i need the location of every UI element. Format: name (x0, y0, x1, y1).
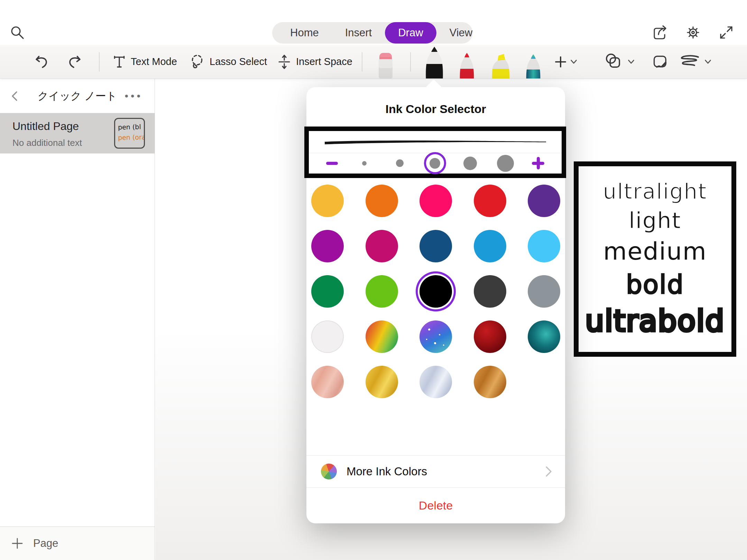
eraser-tool[interactable] (375, 52, 396, 78)
size-dot-3[interactable] (424, 152, 446, 174)
swatch-white[interactable] (311, 320, 344, 353)
swatch-bronze[interactable] (474, 366, 506, 398)
lasso-select-label: Lasso Select (210, 56, 267, 67)
tab-draw[interactable]: Draw (385, 22, 436, 44)
toolbar-divider (362, 52, 362, 72)
size-dot-4[interactable] (459, 152, 481, 174)
swatch-green[interactable] (311, 275, 344, 308)
pen-red[interactable] (456, 52, 478, 78)
swatch-red[interactable] (474, 185, 506, 217)
onenote-window: HomeInsertDrawView (0, 0, 747, 560)
ink-color-selector-popup: Ink Color Selector More Ink Colors Delet… (306, 87, 565, 523)
page-thumbnail: pen (blpen (ora (114, 118, 145, 149)
swatch-gold[interactable] (366, 366, 398, 398)
swatch-navy-blue[interactable] (419, 230, 452, 262)
shapes-button[interactable] (605, 52, 635, 72)
toolbar-divider (99, 52, 100, 72)
ellipsis-icon[interactable]: ••• (124, 90, 143, 102)
size-dot-mark (497, 155, 514, 172)
insert-space-button[interactable]: Insert Space (277, 54, 352, 69)
handwriting-ultralight: ultralight (603, 178, 707, 206)
expand-icon[interactable] (718, 24, 735, 41)
swatch-teal-marble[interactable] (528, 320, 560, 353)
swatch-violet[interactable] (311, 230, 344, 262)
swatch-light-green[interactable] (366, 275, 398, 308)
chevron-down-icon (704, 59, 712, 65)
stroke-size-control (309, 153, 562, 173)
add-pen-button[interactable] (555, 56, 578, 68)
text-mode-button[interactable]: Text Mode (113, 55, 177, 69)
delete-pen-button[interactable]: Delete (306, 487, 565, 523)
page-sidebar: クイック ノート ••• Untitled Page No additional… (0, 79, 155, 560)
highlighter-yellow[interactable] (487, 52, 515, 78)
tab-insert[interactable]: Insert (332, 22, 385, 44)
search-icon[interactable] (9, 24, 26, 41)
settings-icon[interactable] (685, 24, 701, 41)
popup-title: Ink Color Selector (306, 102, 565, 116)
swatch-pink[interactable] (419, 185, 452, 217)
toolbar-divider (410, 52, 411, 72)
chevron-right-icon (544, 466, 553, 477)
ink-scribble-button[interactable] (679, 54, 712, 69)
lasso-icon (190, 54, 205, 70)
swatch-galaxy[interactable] (419, 320, 452, 353)
swatch-silver[interactable] (419, 366, 452, 398)
swatch-rainbow-glitter[interactable] (366, 320, 398, 353)
swatch-orange[interactable] (366, 185, 398, 217)
handwriting-light: light (629, 206, 681, 235)
tab-home[interactable]: Home (277, 22, 332, 44)
chevron-down-icon (627, 59, 635, 65)
size-dot-2[interactable] (389, 152, 411, 174)
add-page-label: Page (33, 537, 58, 550)
text-mode-icon (113, 55, 126, 69)
ink-note-button[interactable] (652, 53, 670, 71)
stroke-weight-samples-box: ultralightlightmediumboldultrabold (574, 161, 736, 357)
lasso-select-button[interactable]: Lasso Select (190, 54, 267, 70)
color-wheel-icon (321, 464, 337, 479)
draw-toolbar: Text Mode Lasso Select Insert Space (0, 45, 747, 79)
stroke-width-preview (309, 131, 562, 153)
ink-color-grid (311, 185, 560, 398)
thumbnail-ink-line: pen (bl (118, 121, 144, 132)
insert-space-label: Insert Space (296, 56, 352, 67)
chevron-down-icon (570, 59, 578, 65)
page-list-item-selected[interactable]: Untitled Page No additional text pen (bl… (0, 113, 155, 153)
handwriting-medium: medium (603, 236, 707, 267)
more-ink-colors-button[interactable]: More Ink Colors (306, 455, 565, 487)
swatch-light-blue[interactable] (528, 230, 560, 262)
pen-teal[interactable] (522, 53, 544, 78)
handwriting-bold: bold (626, 268, 684, 301)
delete-label: Delete (419, 499, 453, 512)
more-ink-colors-label: More Ink Colors (347, 465, 427, 478)
size-dot-mark (430, 158, 440, 169)
chevron-left-icon[interactable] (9, 90, 21, 102)
swatch-rose-gold[interactable] (311, 366, 344, 398)
swatch-dark-purple[interactable] (528, 185, 560, 217)
add-page-button[interactable]: Page (0, 526, 155, 560)
text-mode-label: Text Mode (131, 56, 177, 67)
swatch-black[interactable] (419, 275, 452, 308)
size-dot-mark (463, 157, 477, 170)
swatch-gray[interactable] (528, 275, 560, 308)
swatch-dark-gray[interactable] (474, 275, 506, 308)
insert-space-icon (277, 54, 291, 69)
plus-icon (11, 537, 24, 550)
swatch-red-marble[interactable] (474, 320, 506, 353)
top-bar: HomeInsertDrawView (0, 0, 747, 45)
redo-icon[interactable] (66, 54, 82, 70)
size-dot-1[interactable] (353, 152, 376, 174)
size-decrease-button[interactable] (326, 162, 338, 165)
share-icon[interactable] (652, 24, 668, 41)
handwriting-ultrabold: ultrabold (585, 302, 725, 340)
swatch-yellow[interactable] (311, 185, 344, 217)
pen-black-selected[interactable] (421, 46, 448, 78)
size-dot-mark (362, 161, 367, 166)
sidebar-header: クイック ノート ••• (0, 79, 155, 113)
tab-view[interactable]: View (436, 22, 486, 44)
swatch-raspberry[interactable] (366, 230, 398, 262)
stroke-width-annotation-box (304, 127, 566, 178)
size-increase-button[interactable] (532, 157, 544, 169)
undo-icon[interactable] (35, 54, 50, 70)
size-dot-5[interactable] (495, 152, 517, 174)
swatch-blue[interactable] (474, 230, 506, 262)
